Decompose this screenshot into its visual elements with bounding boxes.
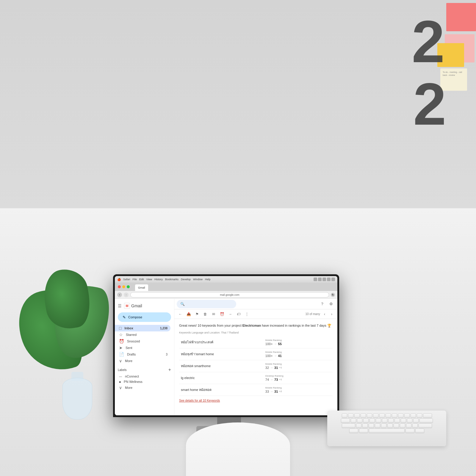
- gmail-m-icon: M: [124, 303, 130, 309]
- active-tab[interactable]: Gmail: [135, 284, 148, 291]
- titlebar-menu[interactable]: Safari File Edit View History Bookmarks …: [123, 278, 211, 281]
- add-label-button[interactable]: +: [168, 367, 171, 372]
- key: [373, 414, 378, 418]
- next-email-button[interactable]: ›: [328, 311, 335, 317]
- keyword-4-text: lg electric: [179, 372, 264, 384]
- nconnect-dot-icon: —: [119, 375, 122, 378]
- key: [367, 414, 372, 418]
- key: [357, 419, 362, 423]
- keyword-row-4: lg electric Desktop Ranking 74 → 73 +1: [179, 372, 333, 384]
- email-intro: Great news! 10 keywords from your projec…: [179, 323, 333, 328]
- settings-button[interactable]: ⚙: [327, 300, 335, 308]
- key: [351, 419, 356, 423]
- back-to-list-button[interactable]: ←: [177, 311, 184, 318]
- keyword-2-text: หม้อหุงข้าวsmart home: [179, 348, 264, 360]
- sidebar-item-inbox[interactable]: □ Inbox 1,238: [115, 325, 170, 331]
- snoozed-label: Snoozed: [127, 339, 140, 343]
- menu-window[interactable]: Window: [193, 278, 203, 281]
- snooze-button[interactable]: ⏰: [218, 311, 226, 318]
- traffic-lights[interactable]: [118, 285, 130, 288]
- keyboard-row-spacebar: [330, 429, 443, 433]
- ranking-type-3: Mobile Ranking: [265, 363, 331, 365]
- titlebar-icons: [314, 278, 335, 281]
- sidebar-label-nconnect[interactable]: — nConnect: [115, 374, 170, 379]
- key: [369, 419, 375, 423]
- menu-edit[interactable]: Edit: [139, 278, 144, 281]
- gmail-header: ☰ M Gmail: [115, 301, 174, 311]
- key: [369, 429, 405, 433]
- menu-file[interactable]: File: [133, 278, 137, 281]
- inbox-badge: 1,238: [160, 327, 167, 330]
- help-button[interactable]: ?: [318, 300, 326, 308]
- plant: [36, 211, 119, 419]
- rank-value-4: 74 → 73 +1: [265, 378, 331, 381]
- wall: [0, 0, 476, 208]
- address-bar[interactable]: mail.google.com: [130, 292, 329, 298]
- label-button[interactable]: 🏷: [235, 311, 242, 318]
- sidebar-item-drafts[interactable]: 📄 Drafts 3: [115, 351, 170, 358]
- key: [392, 414, 397, 418]
- sticky-note-red: [446, 3, 476, 31]
- sidebar-item-sent[interactable]: ➤ Sent: [115, 345, 170, 351]
- mark-unread-button[interactable]: ✉: [210, 311, 217, 318]
- delete-button[interactable]: 🗑: [202, 311, 209, 318]
- move-button[interactable]: →: [227, 311, 234, 318]
- forward-button[interactable]: ›: [124, 292, 129, 297]
- compose-label: Compose: [128, 315, 142, 319]
- menu-help[interactable]: Help: [205, 278, 211, 281]
- ranking-1: Mobile Ranking 100+ → 55: [264, 336, 333, 348]
- ranking-type-5: Mobile Ranking: [265, 386, 331, 389]
- key: [356, 424, 361, 428]
- key: [419, 419, 433, 423]
- ranking-5: Mobile Ranking 33 → 31 +2: [264, 384, 333, 396]
- archive-button[interactable]: 📥: [185, 311, 192, 318]
- sidebar-item-more[interactable]: ∨ More: [115, 358, 174, 364]
- gmail-search-bar[interactable]: 🔍: [177, 300, 236, 308]
- titlebar-icon-3: [322, 278, 326, 281]
- keyword-3-text: หม้อทอด smarthome: [179, 360, 264, 372]
- project-name: Electricman: [242, 324, 261, 327]
- more-actions-button[interactable]: ⋮: [243, 311, 250, 318]
- gmail-app: ☰ M Gmail ✎ Compose □: [115, 299, 337, 415]
- sidebar-item-starred[interactable]: ☆ Starred: [115, 331, 170, 338]
- compose-button[interactable]: ✎ Compose: [118, 312, 171, 322]
- drafts-icon: 📄: [119, 352, 124, 357]
- snoozed-icon: ⏰: [119, 339, 124, 344]
- language-label: Keywords Language and Location: Thai / T…: [179, 331, 333, 334]
- monitor-screen: 🍎 Safari File Edit View History Bookmark…: [115, 276, 337, 415]
- fullscreen-button[interactable]: [127, 285, 130, 288]
- ranking-type-2: Mobile Ranking: [265, 351, 331, 353]
- key: [394, 419, 400, 423]
- key: [342, 414, 347, 418]
- key: [423, 414, 432, 418]
- keyword-row-2: หม้อหุงข้าวsmart home Mobile Ranking 100…: [179, 348, 333, 360]
- labels-more-item[interactable]: ∨ More: [115, 384, 174, 391]
- minimize-button[interactable]: [122, 285, 125, 288]
- menu-safari[interactable]: Safari: [123, 278, 130, 281]
- rank-value-1: 100+ → 55: [265, 342, 331, 346]
- gmail-top-bar: 🔍 ? ⚙: [174, 299, 337, 309]
- key: [379, 414, 385, 418]
- menu-view[interactable]: View: [146, 278, 152, 281]
- inbox-icon: □: [119, 326, 121, 331]
- reload-button[interactable]: ↻: [331, 293, 335, 297]
- sidebar-label-pnwellness[interactable]: ■ PN Wellness: [115, 379, 170, 384]
- key: [394, 424, 399, 428]
- ranking-4: Desktop Ranking 74 → 73 +1: [264, 372, 333, 384]
- sidebar-item-snoozed[interactable]: ⏰ Snoozed: [115, 338, 170, 345]
- prev-email-button[interactable]: ‹: [321, 311, 328, 317]
- pnwellness-dot-icon: ■: [119, 380, 121, 383]
- keyword-5-text: smart home หม้อทอด: [179, 384, 264, 396]
- key: [381, 424, 386, 428]
- key: [361, 414, 366, 418]
- ranking-2: Mobile Ranking 100+ → 41: [264, 348, 333, 360]
- report-button[interactable]: ⚑: [193, 311, 201, 318]
- menu-develop[interactable]: Develop: [181, 278, 191, 281]
- keyboard-row-3: [330, 424, 443, 428]
- key: [354, 414, 360, 418]
- tab-group: Gmail: [135, 284, 148, 291]
- menu-history[interactable]: History: [154, 278, 163, 281]
- see-details-link[interactable]: See details for all 10 Keywords: [179, 399, 220, 402]
- menu-bookmarks[interactable]: Bookmarks: [165, 278, 178, 281]
- key: [411, 414, 416, 418]
